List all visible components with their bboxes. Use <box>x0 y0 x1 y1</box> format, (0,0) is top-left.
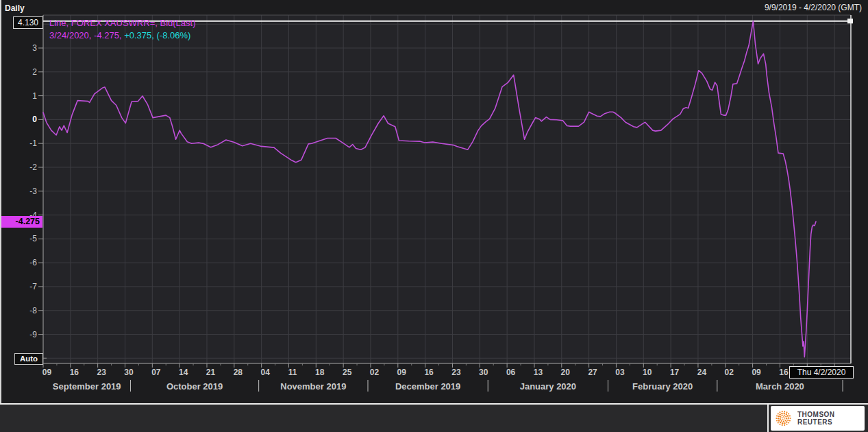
plot-area <box>43 15 851 363</box>
legend-series-name: Line, FOREX XAUSWRR=, Bid(Last) <box>49 17 195 29</box>
x-axis-week-label: 25 <box>337 368 358 377</box>
y-axis-label: 0 <box>3 115 37 124</box>
x-axis-week-label: 28 <box>227 368 248 377</box>
y-axis-label: -7 <box>3 282 37 291</box>
x-axis-month-label: October 2019 <box>166 381 223 392</box>
x-axis-week-label: 06 <box>501 368 521 377</box>
x-axis-week-label: 10 <box>637 368 658 377</box>
x-axis-week-label: 20 <box>555 368 575 377</box>
x-axis-month-label: March 2020 <box>756 381 804 392</box>
date-range-label: 9/9/2019 - 4/2/2020 (GMT) <box>765 3 862 12</box>
x-axis-month-label: January 2020 <box>520 381 576 392</box>
x-axis-week-label: 03 <box>610 368 630 377</box>
x-axis-week-label: 30 <box>473 368 494 377</box>
x-axis-week-label: 17 <box>665 368 685 377</box>
high-line-cap <box>847 19 853 23</box>
legend-last-values: 3/24/2020, -4.275, +0.375, (-8.06%) <box>49 29 195 42</box>
panel-separator <box>767 405 769 432</box>
legend-change-value: +0.375, (-8.06%) <box>122 30 191 40</box>
x-axis-month-label: November 2019 <box>280 381 346 392</box>
y-axis-label: -3 <box>3 187 37 196</box>
y-axis-label: -2 <box>3 163 37 172</box>
y-axis-label: 2 <box>3 67 37 77</box>
x-axis-week-label: 30 <box>119 368 139 377</box>
x-axis-week-label: 09 <box>37 368 58 377</box>
x-axis-week-label: 27 <box>582 368 603 377</box>
x-axis-week-label: 13 <box>528 368 548 377</box>
x-axis-month-label: December 2019 <box>395 381 460 392</box>
auto-scale-button[interactable]: Auto <box>14 353 43 365</box>
y-axis-label: -6 <box>3 258 37 267</box>
x-axis-week-label: 02 <box>719 368 739 377</box>
bottom-strip <box>0 405 868 432</box>
x-axis-week-label: 16 <box>419 368 439 377</box>
x-axis-week-label: 23 <box>91 368 112 377</box>
end-date-box[interactable]: Thu 4/2/2020 <box>789 366 854 379</box>
x-axis-month-label: September 2019 <box>53 381 121 392</box>
y-axis-label: 1 <box>3 91 37 101</box>
brand-text: THOMSON REUTERS <box>797 411 865 426</box>
high-value-box: 4.130 <box>13 16 43 29</box>
x-axis-month-label: February 2020 <box>632 381 693 392</box>
last-value-box: -4.275 <box>1 216 42 228</box>
y-axis-label: -5 <box>3 234 37 243</box>
bottom-separator <box>0 403 868 405</box>
y-axis-label: -1 <box>3 139 37 148</box>
interval-label[interactable]: Daily <box>5 3 25 13</box>
x-axis-week-label: 09 <box>746 368 767 377</box>
x-axis-week-label: 09 <box>391 368 412 377</box>
y-axis-label: -8 <box>3 306 37 315</box>
x-axis-week-label: 02 <box>364 368 384 377</box>
x-axis-week-label: 21 <box>200 368 221 377</box>
x-axis-week-label: 07 <box>146 368 166 377</box>
thomson-reuters-logo: THOMSON REUTERS <box>771 406 865 431</box>
chart-window: Daily 9/9/2019 - 4/2/2020 (GMT) Line, FO… <box>0 0 868 432</box>
y-axis-label: -9 <box>3 330 37 339</box>
x-axis-week-label: 18 <box>310 368 330 377</box>
x-axis-week-label: 23 <box>446 368 467 377</box>
x-axis-week-label: 16 <box>64 368 84 377</box>
x-axis-week-label: 04 <box>255 368 275 377</box>
x-axis-week-label: 24 <box>691 368 712 377</box>
y-axis-label: 3 <box>3 43 37 53</box>
legend-date-value: 3/24/2020, -4.275, <box>49 30 122 40</box>
kinesis-logo-icon <box>774 408 793 429</box>
window-left-frame <box>0 0 1 403</box>
x-axis-week-label: 14 <box>173 368 194 377</box>
chart-legend: Line, FOREX XAUSWRR=, Bid(Last) 3/24/202… <box>49 17 195 42</box>
x-axis-week-label: 11 <box>282 368 303 377</box>
